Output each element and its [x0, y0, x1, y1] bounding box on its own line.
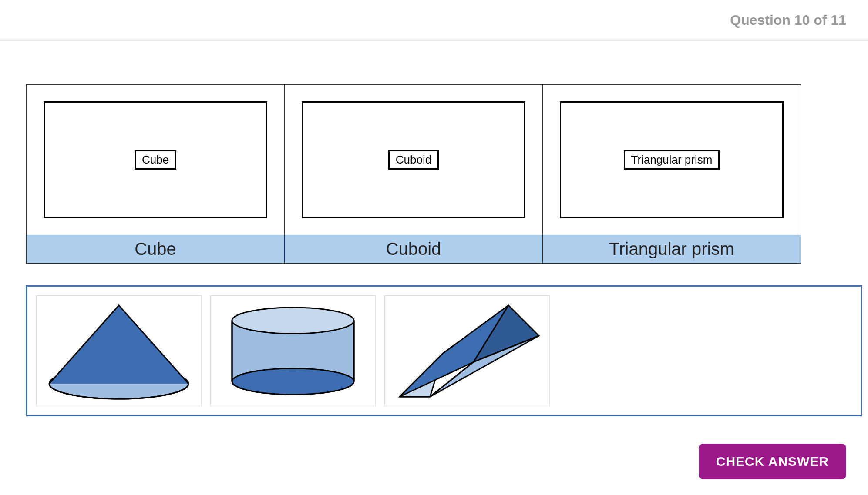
shape-card-cone[interactable]: [36, 295, 202, 406]
drop-zone-box: Cuboid: [302, 101, 525, 218]
drop-zone-box: Triangular prism: [560, 101, 783, 218]
drop-column-cuboid: Cuboid Cuboid: [285, 85, 543, 263]
cylinder-icon: [223, 303, 363, 399]
content-area: Cube Cube Cuboid Cuboid Triangular prism…: [0, 41, 868, 416]
header: Question 10 of 11: [0, 0, 868, 41]
shape-card-triangular-prism[interactable]: [384, 295, 550, 406]
drop-table: Cube Cube Cuboid Cuboid Triangular prism…: [26, 84, 801, 264]
svg-point-2: [232, 308, 354, 334]
triangular-prism-icon: [387, 297, 548, 405]
placed-chip-cuboid[interactable]: Cuboid: [388, 150, 439, 170]
column-label-cube: Cube: [27, 235, 284, 263]
drop-target-cube[interactable]: Cube: [27, 85, 284, 235]
drop-target-triangular-prism[interactable]: Triangular prism: [543, 85, 801, 235]
drop-zone-box: Cube: [44, 101, 267, 218]
svg-point-1: [232, 368, 354, 395]
cone-icon: [45, 301, 193, 401]
column-label-triangular-prism: Triangular prism: [543, 235, 801, 263]
shape-bank: [26, 285, 862, 416]
drop-column-triangular-prism: Triangular prism Triangular prism: [543, 85, 801, 263]
shape-card-cylinder[interactable]: [210, 295, 376, 406]
drop-target-cuboid[interactable]: Cuboid: [285, 85, 542, 235]
placed-chip-triangular-prism[interactable]: Triangular prism: [624, 150, 720, 170]
column-label-cuboid: Cuboid: [285, 235, 542, 263]
placed-chip-cube[interactable]: Cube: [135, 150, 176, 170]
question-counter: Question 10 of 11: [730, 12, 846, 28]
drop-column-cube: Cube Cube: [27, 85, 285, 263]
check-answer-button[interactable]: CHECK ANSWER: [699, 444, 846, 479]
